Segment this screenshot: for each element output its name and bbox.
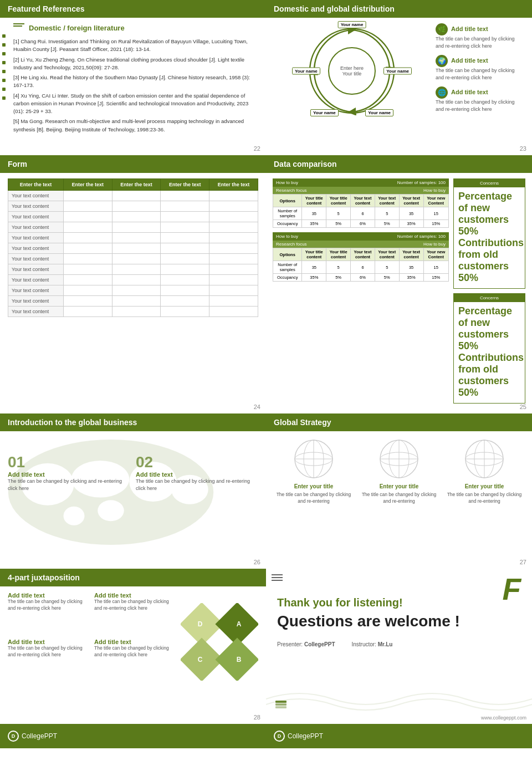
dt-cell-0-1-3: 6% bbox=[351, 220, 375, 228]
globe-icon-strategy-1 bbox=[291, 437, 336, 481]
four-part-item-2: Add title text The title can be changed … bbox=[94, 592, 176, 634]
form-cell-9-2 bbox=[112, 285, 161, 296]
slide-27: Global Strategy Enter your title The tit… bbox=[266, 413, 532, 569]
slide-25-header: Data comparison bbox=[266, 155, 532, 173]
slide-23-header: Domestic and global distribution bbox=[266, 0, 532, 18]
form-cell-9-0: Your text content bbox=[8, 285, 64, 296]
form-cell-7-1 bbox=[63, 264, 112, 275]
ref-section-header: Domestic / foreign literature bbox=[13, 23, 258, 32]
ref-4: [4] Xu Ying, CAI Li Inter. Study on the … bbox=[13, 92, 258, 116]
form-cell-2-3 bbox=[161, 212, 209, 222]
concern-box-2: Concerns Percentage of new customers 50%… bbox=[453, 293, 525, 404]
form-cell-2-1 bbox=[63, 212, 112, 222]
form-table: Enter the text Enter the text Enter the … bbox=[8, 178, 258, 317]
svg-rect-34 bbox=[275, 701, 287, 703]
book-icon bbox=[13, 23, 24, 32]
form-cell-5-4 bbox=[209, 243, 258, 254]
slide-23-content: Your name Your name Your name Your name … bbox=[266, 18, 532, 124]
form-cell-1-4 bbox=[209, 201, 258, 212]
form-cell-8-3 bbox=[161, 275, 209, 285]
template-tutorial-title: Template Tutorial bbox=[266, 755, 532, 767]
tutorial-content: 💡 Image Editing Photo Update Replace tem… bbox=[266, 773, 532, 776]
dt-cell-0-0-2: 5 bbox=[326, 207, 351, 220]
form-cell-6-2 bbox=[112, 254, 161, 264]
form-cell-4-2 bbox=[112, 233, 161, 243]
dt-cell-1-1-1: 35% bbox=[302, 274, 326, 282]
left-decorations bbox=[2, 34, 6, 100]
collegeppt-logo-31: D CollegePPT bbox=[274, 731, 323, 742]
template-items-grid: The template's chart data, text, shapes,… bbox=[0, 773, 266, 776]
form-cell-8-0: Your text content bbox=[8, 275, 64, 285]
form-cell-4-0: Your text content bbox=[8, 233, 64, 243]
form-cell-1-1 bbox=[63, 201, 112, 212]
wave-decoration bbox=[266, 685, 532, 713]
diamond-diagram: D A C B bbox=[181, 603, 258, 681]
strategy-item-3: Enter your title The title can be change… bbox=[444, 437, 524, 505]
form-cell-0-4 bbox=[209, 191, 258, 201]
form-cell-3-3 bbox=[161, 222, 209, 233]
slide-25: Data comparison How to buy Number of sam… bbox=[266, 155, 532, 413]
dt-cell-0-1-5: 35% bbox=[399, 220, 423, 228]
form-cell-11-3 bbox=[161, 307, 209, 317]
svg-point-8 bbox=[64, 507, 85, 525]
col-header-3: Enter the text bbox=[112, 179, 161, 191]
dt-cell-0-0-6: 15 bbox=[423, 207, 448, 220]
dt-cell-0-0-4: 5 bbox=[375, 207, 399, 220]
form-cell-3-4 bbox=[209, 222, 258, 233]
circle-label-left: Your name bbox=[292, 67, 320, 74]
globe-icon-1: 🌿 bbox=[436, 23, 448, 35]
slide-27-content: Enter your title The title can be change… bbox=[266, 431, 532, 518]
concerns-section: Concerns Percentage of new customers 50%… bbox=[453, 178, 525, 408]
form-cell-10-3 bbox=[161, 296, 209, 307]
page-number-26: 26 bbox=[254, 559, 260, 565]
globe-icon-2: 🌍 bbox=[436, 55, 448, 67]
presenters-info: Presenter: CollegePPT Instructor: Mr.Lu bbox=[277, 641, 521, 647]
page-number-23: 23 bbox=[520, 145, 526, 152]
form-cell-0-1 bbox=[63, 191, 112, 201]
slide-22-header: Featured References bbox=[0, 0, 266, 18]
form-cell-9-1 bbox=[63, 285, 112, 296]
slide-27-header: Global Strategy bbox=[266, 413, 532, 431]
strategy-items-grid: Enter your title The title can be change… bbox=[274, 437, 524, 505]
slide-24-header: Form bbox=[0, 155, 266, 173]
col-header-1: Enter the text bbox=[8, 179, 64, 191]
reference-list: [1] Chang Rui. Investigation and Thinkin… bbox=[13, 38, 258, 134]
dt-cell-0-0-0: Number of samples bbox=[273, 207, 302, 220]
globe-icon-strategy-2 bbox=[377, 437, 421, 481]
dt-cell-1-0-6: 15 bbox=[423, 261, 448, 274]
form-cell-9-3 bbox=[161, 285, 209, 296]
form-cell-0-2 bbox=[112, 191, 161, 201]
form-cell-11-0: Your text content bbox=[8, 307, 64, 317]
d-icon-31: D bbox=[274, 731, 285, 742]
form-cell-8-2 bbox=[112, 275, 161, 285]
side-info: 🌿 Add title text The title can be change… bbox=[436, 23, 524, 119]
diamond-svg: D A C B bbox=[181, 603, 258, 681]
collegeppt-logo-30: D CollegePPT bbox=[8, 731, 57, 742]
slide-24: Form Enter the text Enter the text Enter… bbox=[0, 155, 266, 413]
form-cell-10-2 bbox=[112, 296, 161, 307]
slide-31: D CollegePPT Template Tutorial 💡 Image E… bbox=[266, 724, 532, 776]
form-cell-10-4 bbox=[209, 296, 258, 307]
thank-you-text: Thank you for listening! bbox=[277, 596, 521, 609]
ref-3: [3] He Ling xiu. Read the history of the… bbox=[13, 74, 258, 90]
instructor-label: Instructor: Mr.Lu bbox=[352, 641, 393, 647]
dt-cell-1-0-1: 35 bbox=[302, 261, 326, 274]
circle-center: Enter here Your title bbox=[340, 65, 364, 76]
form-cell-3-2 bbox=[112, 222, 161, 233]
info-item-1: 🌿 Add title text The title can be change… bbox=[436, 23, 524, 49]
form-cell-5-2 bbox=[112, 243, 161, 254]
presenter-label: Presenter: CollegePPT bbox=[277, 641, 335, 647]
form-cell-8-4 bbox=[209, 275, 258, 285]
svg-text:D: D bbox=[198, 620, 203, 628]
form-cell-1-0: Your text content bbox=[8, 201, 64, 212]
dt-table-1: Options Your title content Your title co… bbox=[273, 194, 449, 228]
slide-26: Introduction to the global business 01 A… bbox=[0, 413, 266, 569]
page-number-22: 22 bbox=[254, 145, 260, 152]
svg-rect-32 bbox=[275, 706, 287, 708]
dt-cell-1-0-0: Number of samples bbox=[273, 261, 302, 274]
four-part-grid: Add title text The title can be changed … bbox=[8, 592, 176, 681]
page-number-24: 24 bbox=[254, 404, 260, 410]
four-part-item-3: Add title text The title can be changed … bbox=[8, 639, 90, 681]
concern-box-1: Concerns Percentage of new customers 50%… bbox=[453, 178, 525, 289]
form-cell-2-4 bbox=[209, 212, 258, 222]
